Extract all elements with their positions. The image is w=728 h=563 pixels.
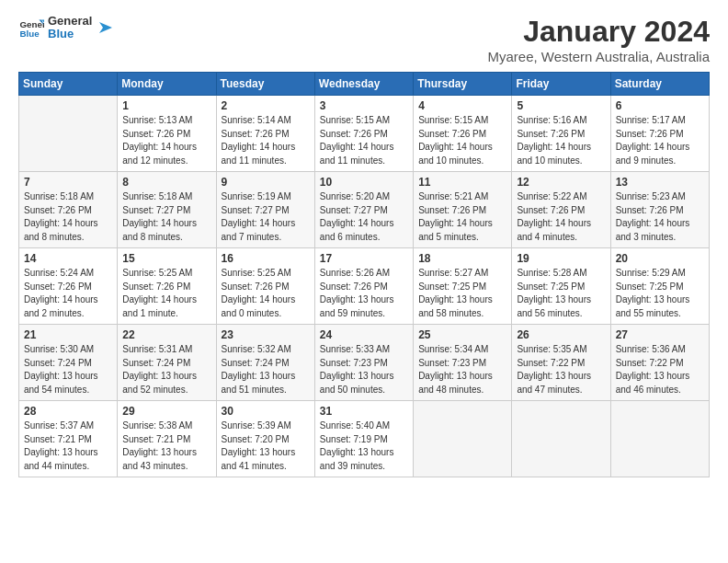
day-number: 26 — [517, 328, 605, 341]
day-number: 10 — [320, 176, 408, 189]
calendar-week-row: 28Sunrise: 5:37 AMSunset: 7:21 PMDayligh… — [19, 401, 710, 477]
day-number: 23 — [222, 328, 310, 341]
day-info: Sunrise: 5:28 AMSunset: 7:25 PMDaylight:… — [517, 267, 605, 320]
calendar-day-cell — [19, 96, 118, 172]
calendar-day-cell: 5Sunrise: 5:16 AMSunset: 7:26 PMDaylight… — [512, 96, 610, 172]
weekday-header: Wednesday — [314, 73, 413, 96]
day-number: 4 — [418, 99, 506, 112]
calendar-day-cell: 11Sunrise: 5:21 AMSunset: 7:26 PMDayligh… — [414, 172, 512, 248]
day-info: Sunrise: 5:36 AMSunset: 7:22 PMDaylight:… — [616, 343, 704, 396]
calendar-day-cell: 13Sunrise: 5:23 AMSunset: 7:26 PMDayligh… — [610, 172, 709, 248]
calendar-header-row: SundayMondayTuesdayWednesdayThursdayFrid… — [19, 73, 710, 96]
weekday-header: Monday — [118, 73, 216, 96]
calendar-day-cell: 14Sunrise: 5:24 AMSunset: 7:26 PMDayligh… — [19, 248, 118, 325]
day-info: Sunrise: 5:24 AMSunset: 7:26 PMDaylight:… — [24, 267, 112, 320]
calendar-day-cell: 26Sunrise: 5:35 AMSunset: 7:22 PMDayligh… — [512, 325, 610, 401]
calendar-day-cell: 1Sunrise: 5:13 AMSunset: 7:26 PMDaylight… — [118, 96, 216, 172]
day-number: 19 — [517, 252, 605, 265]
day-number: 25 — [418, 328, 506, 341]
day-number: 16 — [222, 252, 310, 265]
day-number: 5 — [517, 99, 605, 112]
svg-text:Blue: Blue — [19, 29, 40, 39]
day-info: Sunrise: 5:23 AMSunset: 7:26 PMDaylight:… — [616, 190, 704, 244]
day-info: Sunrise: 5:16 AMSunset: 7:26 PMDaylight:… — [517, 114, 605, 167]
day-number: 7 — [24, 176, 112, 189]
calendar-day-cell: 10Sunrise: 5:20 AMSunset: 7:27 PMDayligh… — [314, 172, 413, 248]
logo-general: General — [48, 15, 92, 28]
calendar-week-row: 1Sunrise: 5:13 AMSunset: 7:26 PMDaylight… — [19, 96, 710, 172]
calendar-day-cell: 9Sunrise: 5:19 AMSunset: 7:27 PMDaylight… — [216, 172, 314, 248]
day-info: Sunrise: 5:26 AMSunset: 7:26 PMDaylight:… — [320, 267, 408, 320]
day-info: Sunrise: 5:32 AMSunset: 7:24 PMDaylight:… — [222, 343, 310, 396]
day-info: Sunrise: 5:18 AMSunset: 7:27 PMDaylight:… — [122, 190, 210, 244]
weekday-header: Thursday — [414, 73, 512, 96]
calendar-day-cell: 31Sunrise: 5:40 AMSunset: 7:19 PMDayligh… — [314, 401, 413, 477]
day-number: 31 — [320, 405, 408, 418]
day-number: 6 — [616, 99, 704, 112]
calendar-day-cell: 27Sunrise: 5:36 AMSunset: 7:22 PMDayligh… — [610, 325, 709, 401]
day-number: 18 — [418, 252, 506, 265]
day-number: 27 — [616, 328, 704, 341]
weekday-header: Saturday — [610, 73, 709, 96]
day-info: Sunrise: 5:33 AMSunset: 7:23 PMDaylight:… — [320, 343, 408, 396]
calendar-week-row: 7Sunrise: 5:18 AMSunset: 7:26 PMDaylight… — [19, 172, 710, 248]
logo-blue: Blue — [48, 28, 92, 40]
day-info: Sunrise: 5:25 AMSunset: 7:26 PMDaylight:… — [222, 267, 310, 320]
calendar-day-cell: 16Sunrise: 5:25 AMSunset: 7:26 PMDayligh… — [216, 248, 314, 325]
day-number: 3 — [320, 99, 408, 112]
day-number: 15 — [122, 252, 210, 265]
location-title: Myaree, Western Australia, Australia — [488, 49, 711, 64]
day-number: 8 — [122, 176, 210, 189]
logo: General Blue General Blue — [18, 15, 114, 41]
day-info: Sunrise: 5:27 AMSunset: 7:25 PMDaylight:… — [418, 267, 506, 320]
day-number: 9 — [222, 176, 310, 189]
day-info: Sunrise: 5:38 AMSunset: 7:21 PMDaylight:… — [122, 419, 210, 473]
day-number: 20 — [616, 252, 704, 265]
calendar-day-cell: 24Sunrise: 5:33 AMSunset: 7:23 PMDayligh… — [314, 325, 413, 401]
day-info: Sunrise: 5:31 AMSunset: 7:24 PMDaylight:… — [122, 343, 210, 396]
day-info: Sunrise: 5:19 AMSunset: 7:27 PMDaylight:… — [222, 190, 310, 244]
logo-arrow-icon — [96, 18, 114, 37]
calendar-day-cell: 12Sunrise: 5:22 AMSunset: 7:26 PMDayligh… — [512, 172, 610, 248]
day-info: Sunrise: 5:14 AMSunset: 7:26 PMDaylight:… — [222, 114, 310, 167]
logo-icon: General Blue — [18, 15, 44, 40]
calendar-day-cell — [414, 401, 512, 477]
calendar-day-cell: 17Sunrise: 5:26 AMSunset: 7:26 PMDayligh… — [314, 248, 413, 325]
day-number: 17 — [320, 252, 408, 265]
calendar-day-cell — [512, 401, 610, 477]
calendar-day-cell: 22Sunrise: 5:31 AMSunset: 7:24 PMDayligh… — [118, 325, 216, 401]
weekday-header: Friday — [512, 73, 610, 96]
day-info: Sunrise: 5:15 AMSunset: 7:26 PMDaylight:… — [320, 114, 408, 167]
calendar-day-cell: 30Sunrise: 5:39 AMSunset: 7:20 PMDayligh… — [216, 401, 314, 477]
day-number: 28 — [24, 405, 112, 418]
calendar-day-cell: 18Sunrise: 5:27 AMSunset: 7:25 PMDayligh… — [414, 248, 512, 325]
calendar-week-row: 21Sunrise: 5:30 AMSunset: 7:24 PMDayligh… — [19, 325, 710, 401]
day-info: Sunrise: 5:30 AMSunset: 7:24 PMDaylight:… — [24, 343, 112, 396]
day-info: Sunrise: 5:18 AMSunset: 7:26 PMDaylight:… — [24, 190, 112, 244]
day-info: Sunrise: 5:37 AMSunset: 7:21 PMDaylight:… — [24, 419, 112, 473]
day-info: Sunrise: 5:17 AMSunset: 7:26 PMDaylight:… — [616, 114, 704, 167]
day-number: 2 — [222, 99, 310, 112]
day-info: Sunrise: 5:13 AMSunset: 7:26 PMDaylight:… — [122, 114, 210, 167]
calendar-day-cell: 2Sunrise: 5:14 AMSunset: 7:26 PMDaylight… — [216, 96, 314, 172]
day-number: 11 — [418, 176, 506, 189]
calendar-day-cell: 25Sunrise: 5:34 AMSunset: 7:23 PMDayligh… — [414, 325, 512, 401]
weekday-header: Sunday — [19, 73, 118, 96]
calendar-day-cell: 20Sunrise: 5:29 AMSunset: 7:25 PMDayligh… — [610, 248, 709, 325]
day-info: Sunrise: 5:35 AMSunset: 7:22 PMDaylight:… — [517, 343, 605, 396]
calendar-day-cell: 3Sunrise: 5:15 AMSunset: 7:26 PMDaylight… — [314, 96, 413, 172]
day-info: Sunrise: 5:25 AMSunset: 7:26 PMDaylight:… — [122, 267, 210, 320]
day-info: Sunrise: 5:22 AMSunset: 7:26 PMDaylight:… — [517, 190, 605, 244]
day-number: 1 — [122, 99, 210, 112]
day-info: Sunrise: 5:21 AMSunset: 7:26 PMDaylight:… — [418, 190, 506, 244]
day-number: 24 — [320, 328, 408, 341]
day-info: Sunrise: 5:29 AMSunset: 7:25 PMDaylight:… — [616, 267, 704, 320]
day-number: 30 — [222, 405, 310, 418]
day-info: Sunrise: 5:40 AMSunset: 7:19 PMDaylight:… — [320, 419, 408, 473]
day-info: Sunrise: 5:20 AMSunset: 7:27 PMDaylight:… — [320, 190, 408, 244]
calendar-day-cell: 29Sunrise: 5:38 AMSunset: 7:21 PMDayligh… — [118, 401, 216, 477]
title-area: January 2024 Myaree, Western Australia, … — [488, 15, 711, 64]
calendar-day-cell: 7Sunrise: 5:18 AMSunset: 7:26 PMDaylight… — [19, 172, 118, 248]
page-container: General Blue General Blue January 2024 M… — [0, 0, 728, 487]
month-title: January 2024 — [488, 15, 711, 49]
